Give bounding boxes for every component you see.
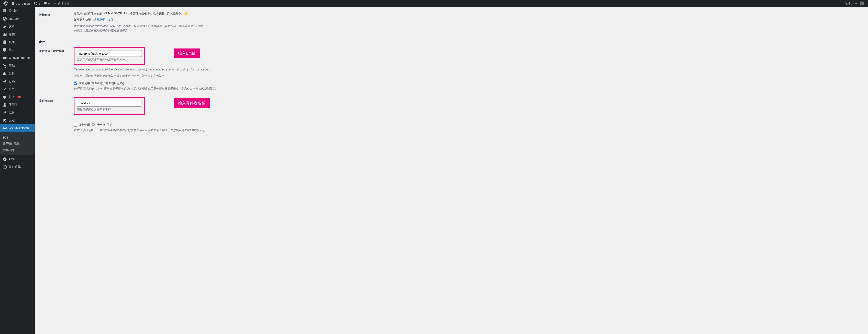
sidebar-item-comments[interactable]: 留言 <box>0 46 35 54</box>
sidebar-item-jetpack[interactable]: Jetpack <box>0 15 35 23</box>
admin-bar: user's Blog! 5 0 新增項目 你好，user <box>0 0 868 7</box>
force-name-help: 啟用這項設定後，上方 [寄件者名稱] 中的設定便會套用至全部外寄電子郵件，並忽略… <box>74 128 864 133</box>
sidebar-label: Jetpack <box>9 17 19 21</box>
sidebar-item-dashboard[interactable]: 控制台 <box>0 7 35 15</box>
from-email-help2: If you're using an email provider (Yahoo… <box>74 67 864 72</box>
update-icon <box>34 2 37 5</box>
plugins-badge: 3 <box>18 96 21 98</box>
svg-rect-2 <box>3 57 6 59</box>
from-name-help1: 寄送電子郵件的寄件者名稱。 <box>76 107 142 112</box>
mail-section: 郵件 寄件者電子郵件地址 設定用於傳送電子郵件的電子郵件地址。 輸入Email … <box>39 40 864 132</box>
sidebar-item-collapse[interactable]: 收合選單 <box>0 163 35 171</box>
sidebar-label: WP Mail SMTP <box>9 127 29 130</box>
sidebar-label: 使用者 <box>9 103 18 107</box>
admin-bar-left: user's Blog! 5 0 新增項目 <box>2 0 842 7</box>
mail-icon <box>3 126 7 131</box>
from-email-highlight: 設定用於傳送電子郵件的電子郵件地址。 <box>74 48 145 65</box>
products-icon <box>3 63 7 68</box>
main-wrapper: 控制台 Jetpack 文章 媒體 頁面 留言 WooCommerce 商品 <box>0 7 868 334</box>
site-name-text: user's Blog! <box>16 2 31 5</box>
sidebar-item-products[interactable]: 商品 <box>0 62 35 69</box>
plus-icon <box>53 2 57 5</box>
force-email-checkbox[interactable] <box>74 82 77 85</box>
wp-logo[interactable] <box>2 0 9 7</box>
my-account[interactable]: 你好，user <box>842 2 866 5</box>
sidebar-item-appearance[interactable]: 外觀 <box>0 85 35 93</box>
sidebar-item-pages[interactable]: 頁面 <box>0 38 35 46</box>
tools-icon <box>3 110 7 115</box>
force-name-checkbox[interactable] <box>74 123 77 127</box>
from-email-input[interactable] <box>76 50 142 57</box>
comments-count: 0 <box>48 2 50 5</box>
settings-icon <box>3 118 7 123</box>
mail-title: 郵件 <box>39 40 864 44</box>
force-name-label: 強制使用 [寄件者名稱] 設定 <box>79 123 113 127</box>
collapse-icon <box>3 165 7 169</box>
new-content[interactable]: 新增項目 <box>52 0 71 7</box>
home-icon <box>11 2 15 5</box>
posts-icon <box>3 24 7 29</box>
sub-settings[interactable]: 設定 <box>0 134 35 140</box>
comments[interactable]: 0 <box>42 0 52 7</box>
jetpack-icon <box>3 17 7 21</box>
sidebar-label: 頁面 <box>9 40 15 44</box>
plugins-icon <box>3 95 7 99</box>
sidebar-item-wp-mail-smtp[interactable]: WP Mail SMTP <box>0 124 35 132</box>
sidebar-submenu: 設定 電子郵件記錄 關於我們 <box>0 132 35 155</box>
annotation-email: 輸入Email <box>174 49 200 58</box>
upgrade-text: 如需更多功能，請升級至 Pro 版。 <box>74 18 864 22</box>
sidebar-label: AMP <box>9 158 15 161</box>
sub-email-log[interactable]: 電子郵件記錄 <box>0 140 35 147</box>
analytics-icon <box>3 71 7 76</box>
comment-icon <box>44 2 47 5</box>
force-email-label: 強制使用 [寄件者電子郵件地址] 設定 <box>79 81 124 85</box>
sidebar-item-posts[interactable]: 文章 <box>0 23 35 30</box>
license-title: 授權金鑰 <box>39 11 74 34</box>
wordpress-icon <box>3 1 8 6</box>
sub-about[interactable]: 關於我們 <box>0 147 35 154</box>
from-name-row: 寄件者名稱 寄送電子郵件的寄件者名稱。 輸入寄件者名稱 強制使用 [寄件者名稱]… <box>39 97 864 132</box>
upgrade-link[interactable]: 升級至 Pro 版 <box>96 18 114 21</box>
svg-rect-0 <box>860 2 864 5</box>
sidebar-item-users[interactable]: 使用者 <box>0 101 35 109</box>
sidebar-item-plugins[interactable]: 外掛 3 <box>0 93 35 101</box>
avatar-icon <box>860 2 864 5</box>
updates-count: 5 <box>39 2 40 5</box>
admin-sidebar: 控制台 Jetpack 文章 媒體 頁面 留言 WooCommerce 商品 <box>0 7 35 334</box>
pages-icon <box>3 40 7 44</box>
license-desc: 這個網站目前使用的是 WP Mail SMTP Lite，不需使用授權即可繼續使… <box>74 11 864 16</box>
sidebar-item-tools[interactable]: 工具 <box>0 109 35 116</box>
sidebar-label: 控制台 <box>9 9 18 13</box>
force-email-help: 啟用這項設定後，上方 [寄件者電子郵件地址] 中的設定便會套用至全部外寄電子郵件… <box>74 87 864 91</box>
woo-icon <box>3 56 7 60</box>
sidebar-item-media[interactable]: 媒體 <box>0 30 35 38</box>
sidebar-label: 留言 <box>9 48 15 52</box>
greeting-text: 你好，user <box>844 2 859 5</box>
from-email-row: 寄件者電子郵件地址 設定用於傳送電子郵件的電子郵件地址。 輸入Email If … <box>39 48 864 91</box>
sidebar-item-woocommerce[interactable]: WooCommerce <box>0 54 35 62</box>
sidebar-label: 收合選單 <box>9 165 21 169</box>
updates[interactable]: 5 <box>32 0 42 7</box>
sidebar-item-analytics[interactable]: 分析 <box>0 69 35 77</box>
users-icon <box>3 103 7 107</box>
svg-point-1 <box>3 17 7 21</box>
sidebar-item-amp[interactable]: AMP <box>0 155 35 163</box>
appearance-icon <box>3 87 7 91</box>
sidebar-item-settings[interactable]: 設定 <box>0 116 35 124</box>
sidebar-label: 文章 <box>9 25 15 28</box>
license-note: 每位我們所重視的 WP Mail SMTP Lite 使用者，只要透過上方連結購… <box>74 24 206 33</box>
sidebar-label: 工具 <box>9 111 15 115</box>
sidebar-label: 商品 <box>9 64 15 67</box>
media-icon <box>3 32 7 36</box>
site-name[interactable]: user's Blog! <box>9 0 32 7</box>
from-name-label: 寄件者名稱 <box>39 97 74 132</box>
from-email-help1: 設定用於傳送電子郵件的電子郵件地址。 <box>76 58 142 62</box>
sidebar-label: 外掛 <box>9 95 15 99</box>
sidebar-item-marketing[interactable]: 行銷 <box>0 77 35 85</box>
from-email-label: 寄件者電子郵件地址 <box>39 48 74 91</box>
force-name-row: 強制使用 [寄件者名稱] 設定 <box>74 123 864 127</box>
from-name-input[interactable] <box>76 100 142 107</box>
from-email-help3: 請注意，其他外掛能變更這項設定值；如需防止變更，請使用下方的設定。 <box>74 74 864 78</box>
sidebar-label: 分析 <box>9 72 15 76</box>
dashboard-icon <box>3 9 7 13</box>
